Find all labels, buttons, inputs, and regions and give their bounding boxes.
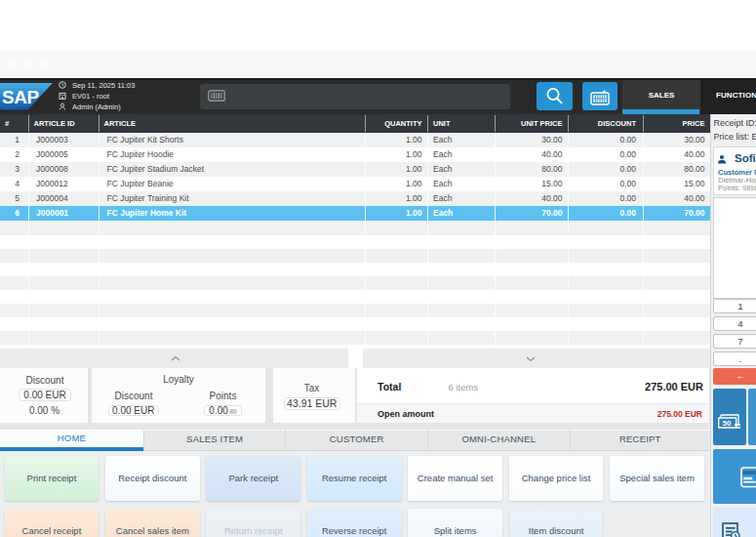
svg-text:SAP: SAP [2, 87, 39, 107]
svg-text:50: 50 [723, 419, 732, 428]
